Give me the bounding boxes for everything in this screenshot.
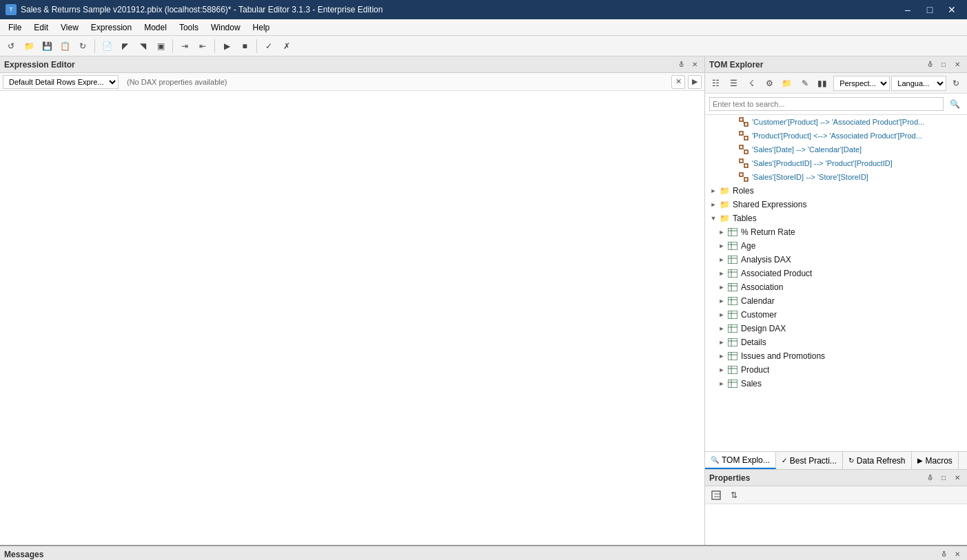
tree-customer[interactable]: ► Customer bbox=[705, 308, 967, 322]
menu-expression[interactable]: Expression bbox=[85, 21, 137, 34]
tom-columns[interactable]: ▮▮ bbox=[814, 75, 831, 92]
tree-shared-expressions[interactable]: ► 📁 Shared Expressions bbox=[705, 198, 967, 211]
toolbar-new-tab[interactable]: 📄 bbox=[99, 38, 115, 54]
svg-rect-0 bbox=[740, 118, 743, 121]
expr-expand-btn[interactable]: ▶ bbox=[688, 75, 702, 89]
svg-rect-1 bbox=[744, 123, 748, 126]
relationship-icon-4 bbox=[738, 172, 749, 183]
menu-file[interactable]: File bbox=[3, 21, 27, 34]
relationship-item-4[interactable]: 'Sales'[StoreID] --> 'Store'[StoreID] bbox=[705, 170, 967, 184]
expand-cust[interactable]: ► bbox=[716, 311, 727, 318]
menu-window[interactable]: Window bbox=[205, 21, 246, 34]
tom-tab-data-refresh[interactable]: ↻ Data Refresh bbox=[843, 452, 912, 469]
svg-line-2 bbox=[743, 120, 744, 125]
table-sales-icon bbox=[727, 378, 738, 389]
tree-associated-product[interactable]: ► Associated Product bbox=[705, 267, 967, 280]
tom-float-button[interactable]: □ bbox=[938, 59, 949, 70]
relationship-item-3[interactable]: 'Sales'[ProductID] --> 'Product'[Product… bbox=[705, 156, 967, 170]
toolbar-save-as[interactable]: 📋 bbox=[57, 38, 73, 54]
menu-edit[interactable]: Edit bbox=[28, 21, 54, 34]
tom-close-button[interactable]: ✕ bbox=[952, 59, 963, 70]
toolbar-cancel[interactable]: ✗ bbox=[278, 38, 295, 54]
tom-search-icon[interactable]: 🔍 bbox=[946, 96, 963, 112]
expand-shared[interactable]: ► bbox=[708, 201, 719, 208]
expand-ip[interactable]: ► bbox=[716, 353, 727, 360]
expand-rr[interactable]: ► bbox=[716, 229, 727, 236]
expression-dropdown[interactable]: Default Detail Rows Expre... bbox=[3, 75, 119, 89]
tree-calendar[interactable]: ► Calendar bbox=[705, 294, 967, 308]
toolbar-indent[interactable]: ⇥ bbox=[176, 38, 193, 54]
tom-hierarchy-view[interactable]: ☇ bbox=[743, 75, 760, 92]
tree-tables[interactable]: ▼ 📁 Tables bbox=[705, 211, 967, 225]
prop-list-btn[interactable] bbox=[708, 487, 724, 504]
expression-editor-content[interactable] bbox=[0, 91, 704, 545]
toolbar-checkmark[interactable]: ✓ bbox=[261, 38, 277, 54]
expand-det[interactable]: ► bbox=[716, 339, 727, 346]
tom-pin-button[interactable]: ⛢ bbox=[924, 59, 935, 70]
expression-status: (No DAX properties available) bbox=[121, 78, 669, 86]
tom-tab-macros[interactable]: ▶ Macros bbox=[912, 452, 959, 469]
expand-adax[interactable]: ► bbox=[716, 256, 727, 263]
tree-issues-promotions[interactable]: ► Issues and Promotions bbox=[705, 349, 967, 363]
toolbar-split-h[interactable]: ◤ bbox=[116, 38, 133, 54]
expand-prod[interactable]: ► bbox=[716, 366, 727, 373]
tree-sales[interactable]: ► Sales bbox=[705, 377, 967, 391]
expand-age[interactable]: ► bbox=[716, 242, 727, 249]
toolbar-outdent[interactable]: ⇤ bbox=[194, 38, 211, 54]
toolbar-refresh[interactable]: ↻ bbox=[74, 38, 91, 54]
pin-button[interactable]: ⛢ bbox=[675, 59, 686, 70]
prop-close-button[interactable]: ✕ bbox=[952, 473, 963, 484]
minimize-button[interactable]: – bbox=[898, 0, 917, 19]
prop-sort-btn[interactable]: ⇅ bbox=[726, 487, 742, 504]
messages-pin-btn[interactable]: ⛢ bbox=[938, 549, 949, 560]
close-button[interactable]: ✕ bbox=[942, 0, 961, 19]
tom-tab-explorer[interactable]: 🔍 TOM Explo... bbox=[705, 452, 776, 469]
expand-ap[interactable]: ► bbox=[716, 270, 727, 277]
menu-model[interactable]: Model bbox=[139, 21, 172, 34]
tree-roles[interactable]: ► 📁 Roles bbox=[705, 184, 967, 198]
perspective-dropdown[interactable]: Perspect... bbox=[833, 76, 890, 91]
toolbar-save[interactable]: 💾 bbox=[39, 38, 55, 54]
tom-table-view[interactable]: ☷ bbox=[708, 75, 724, 92]
tree-association[interactable]: ► Association bbox=[705, 280, 967, 294]
tom-edit[interactable]: ✎ bbox=[797, 75, 813, 92]
toolbar-split-v[interactable]: ◥ bbox=[134, 38, 151, 54]
tom-folder[interactable]: 📁 bbox=[779, 75, 795, 92]
toolbar-new[interactable]: ↺ bbox=[3, 38, 19, 54]
tree-details[interactable]: ► Details bbox=[705, 335, 967, 349]
messages-close-btn[interactable]: ✕ bbox=[952, 549, 963, 560]
tree-analysis-dax[interactable]: ► Analysis DAX bbox=[705, 253, 967, 267]
tree-age[interactable]: ► Age bbox=[705, 239, 967, 253]
menu-tools[interactable]: Tools bbox=[174, 21, 204, 34]
expr-close-btn[interactable]: ✕ bbox=[671, 75, 685, 89]
maximize-button[interactable]: □ bbox=[920, 0, 939, 19]
close-panel-button[interactable]: ✕ bbox=[689, 59, 700, 70]
menu-help[interactable]: Help bbox=[247, 21, 276, 34]
expand-ddax[interactable]: ► bbox=[716, 325, 727, 332]
expand-assoc[interactable]: ► bbox=[716, 284, 727, 291]
toolbar-open[interactable]: 📁 bbox=[21, 38, 37, 54]
tom-list-view[interactable]: ☰ bbox=[726, 75, 742, 92]
menu-view[interactable]: View bbox=[55, 21, 84, 34]
expand-tables[interactable]: ▼ bbox=[708, 215, 719, 222]
tree-design-dax[interactable]: ► Design DAX bbox=[705, 322, 967, 335]
tom-search-input[interactable] bbox=[709, 97, 944, 111]
language-dropdown[interactable]: Langua... bbox=[891, 76, 946, 91]
prop-float-button[interactable]: □ bbox=[938, 473, 949, 484]
tom-settings[interactable]: ⚙ bbox=[761, 75, 777, 92]
toolbar-run[interactable]: ▶ bbox=[218, 38, 235, 54]
relationship-item-2[interactable]: 'Sales'[Date] --> 'Calendar'[Date] bbox=[705, 143, 967, 156]
expand-roles[interactable]: ► bbox=[708, 187, 719, 194]
tom-tab-best-practices[interactable]: ✓ Best Practi... bbox=[776, 452, 843, 469]
expand-sales[interactable]: ► bbox=[716, 380, 727, 387]
prop-pin-button[interactable]: ⛢ bbox=[924, 473, 935, 484]
relationship-item-1[interactable]: 'Product'[Product] <--> 'Associated Prod… bbox=[705, 129, 967, 143]
tree-product[interactable]: ► Product bbox=[705, 363, 967, 377]
tree-return-rate[interactable]: ► % Return Rate bbox=[705, 225, 967, 239]
title-bar: T Sales & Returns Sample v201912.pbix (l… bbox=[0, 0, 967, 19]
tom-refresh[interactable]: ↻ bbox=[948, 75, 964, 92]
toolbar-view[interactable]: ▣ bbox=[152, 38, 169, 54]
toolbar-stop[interactable]: ■ bbox=[236, 38, 253, 54]
relationship-item-0[interactable]: 'Customer'[Product] --> 'Associated Prod… bbox=[705, 115, 967, 129]
expand-cal[interactable]: ► bbox=[716, 298, 727, 304]
